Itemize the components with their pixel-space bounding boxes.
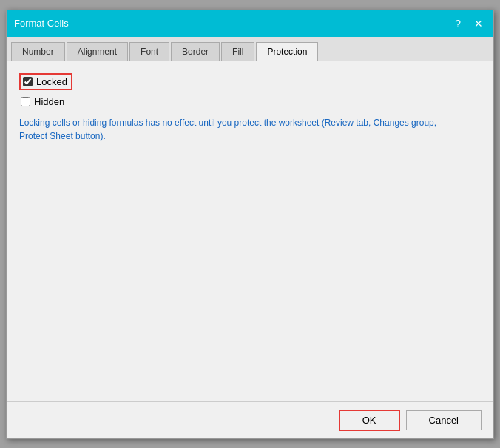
hidden-checkbox[interactable] xyxy=(21,97,30,106)
help-button[interactable]: ? xyxy=(452,18,464,29)
dialog-footer: OK Cancel xyxy=(7,401,493,438)
title-bar-controls: ? ✕ xyxy=(452,18,486,29)
tab-border[interactable]: Border xyxy=(171,42,220,61)
tab-font[interactable]: Font xyxy=(129,42,169,61)
locked-checkbox[interactable] xyxy=(23,77,33,86)
tab-protection[interactable]: Protection xyxy=(256,42,318,61)
tab-bar: Number Alignment Font Border Fill Protec… xyxy=(7,37,493,61)
close-button[interactable]: ✕ xyxy=(471,18,486,29)
tab-content: Locked Hidden Locking cells or hiding fo… xyxy=(7,61,493,401)
tab-number[interactable]: Number xyxy=(11,42,65,61)
tab-fill[interactable]: Fill xyxy=(221,42,254,61)
locked-label: Locked xyxy=(36,76,67,87)
format-cells-dialog: Format Cells ? ✕ Number Alignment Font B… xyxy=(6,10,494,439)
dialog-title: Format Cells xyxy=(14,18,69,29)
ok-button[interactable]: OK xyxy=(339,410,400,431)
info-text: Locking cells or hiding formulas has no … xyxy=(19,116,463,143)
locked-row: Locked xyxy=(19,73,481,90)
locked-checkbox-wrapper[interactable]: Locked xyxy=(19,73,72,90)
title-bar: Format Cells ? ✕ xyxy=(7,10,493,37)
tab-alignment[interactable]: Alignment xyxy=(67,42,128,61)
cancel-button[interactable]: Cancel xyxy=(406,410,482,430)
hidden-row: Hidden xyxy=(19,96,481,107)
hidden-label: Hidden xyxy=(34,96,64,107)
